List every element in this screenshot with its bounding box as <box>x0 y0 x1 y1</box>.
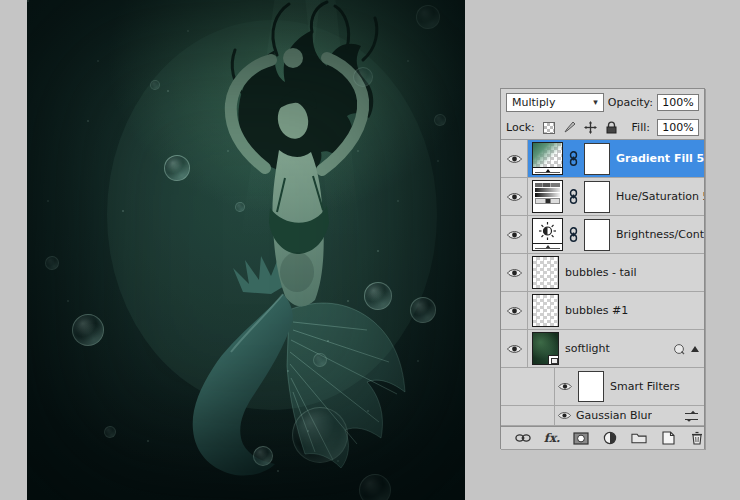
opacity-label: Opacity: <box>608 96 653 109</box>
layer-mask-thumbnail[interactable] <box>584 143 610 175</box>
eye-icon <box>507 154 522 164</box>
fill-label: Fill: <box>632 121 650 134</box>
layer-row-bubbles-tail[interactable]: bubbles - tail <box>501 254 704 292</box>
eye-icon <box>507 230 522 240</box>
collapse-smart-filters-icon[interactable] <box>691 346 699 352</box>
blend-mode-select[interactable]: Multiply ▾ <box>506 93 604 112</box>
layer-thumbnail[interactable] <box>532 294 559 327</box>
bubble <box>353 67 373 87</box>
eye-icon <box>507 268 522 278</box>
mermaid-artwork <box>27 0 465 500</box>
visibility-toggle[interactable] <box>501 140 528 177</box>
filter-blending-options-icon[interactable] <box>684 410 699 422</box>
bubble <box>416 5 440 29</box>
layers-panel-toolbar: fx. <box>501 426 704 449</box>
smart-object-thumbnail[interactable] <box>532 332 559 365</box>
document-canvas[interactable] <box>27 0 465 500</box>
blend-mode-value: Multiply <box>512 96 555 109</box>
visibility-toggle[interactable] <box>501 216 528 253</box>
visibility-toggle[interactable] <box>501 330 528 367</box>
bubble <box>410 297 436 323</box>
layer-row-brightness-contrast[interactable]: Brightness/Contr... <box>501 216 704 254</box>
bubble <box>164 155 190 181</box>
mask-link-icon[interactable] <box>569 151 578 166</box>
layers-panel: Multiply ▾ Opacity: Lock: Fill: <box>500 88 705 449</box>
smart-filter-icon[interactable] <box>673 343 685 355</box>
lock-all-icon[interactable] <box>605 121 619 135</box>
eye-icon <box>507 306 522 316</box>
lock-fill-row: Lock: Fill: <box>501 116 704 139</box>
layer-row-gaussian-blur[interactable]: Gaussian Blur <box>501 406 704 426</box>
blend-opacity-row: Multiply ▾ Opacity: <box>501 89 704 116</box>
new-adjustment-layer-icon[interactable] <box>602 429 618 447</box>
eye-icon <box>507 344 522 354</box>
photoshop-workspace: { "colors":{ "selection_blue":"#3e8ce2",… <box>0 0 740 500</box>
new-layer-icon[interactable] <box>660 429 676 447</box>
layer-name[interactable]: Gradient Fill 5 <box>616 152 704 165</box>
layer-style-icon[interactable]: fx. <box>544 429 560 447</box>
bubble <box>292 407 348 463</box>
opacity-input[interactable] <box>657 94 699 111</box>
hue-saturation-thumbnail[interactable] <box>532 180 563 213</box>
delete-layer-icon[interactable] <box>689 429 705 447</box>
lock-transparent-pixels-icon[interactable] <box>542 121 556 135</box>
bubble <box>104 426 116 438</box>
layer-mask-thumbnail[interactable] <box>584 181 610 213</box>
bubble <box>359 474 391 500</box>
bubble <box>45 256 59 270</box>
new-group-icon[interactable] <box>631 429 647 447</box>
layer-name[interactable]: bubbles - tail <box>565 266 637 279</box>
lock-label: Lock: <box>506 121 535 134</box>
bubble <box>72 314 104 346</box>
visibility-toggle[interactable] <box>501 292 528 329</box>
layer-row-softlight[interactable]: softlight <box>501 330 704 368</box>
layer-row-bubbles-1[interactable]: bubbles #1 <box>501 292 704 330</box>
visibility-toggle[interactable] <box>501 254 528 291</box>
bubble <box>434 114 446 126</box>
eye-icon <box>507 192 522 202</box>
layer-list: Gradient Fill 5 Hue/Saturation 5 <box>501 139 704 426</box>
layer-name[interactable]: bubbles #1 <box>565 304 628 317</box>
layer-row-hue-saturation-5[interactable]: Hue/Saturation 5 <box>501 178 704 216</box>
chevron-down-icon: ▾ <box>593 98 598 107</box>
bubble <box>313 353 327 367</box>
layer-name[interactable]: Hue/Saturation 5 <box>616 190 704 203</box>
layer-row-gradient-fill-5[interactable]: Gradient Fill 5 <box>501 140 704 178</box>
gradient-fill-thumbnail[interactable] <box>532 142 563 175</box>
lock-image-pixels-icon[interactable] <box>563 121 577 135</box>
eye-icon <box>558 382 572 391</box>
bubble <box>235 202 245 212</box>
layer-row-smart-filters[interactable]: Smart Filters <box>501 368 704 406</box>
bubble <box>150 80 160 90</box>
layer-name[interactable]: Brightness/Contr... <box>616 228 704 241</box>
layer-name[interactable]: softlight <box>565 342 610 355</box>
eye-icon <box>558 411 571 420</box>
visibility-toggle[interactable] <box>558 411 571 420</box>
mask-link-icon[interactable] <box>569 189 578 204</box>
bubble <box>253 446 273 466</box>
lock-position-icon[interactable] <box>584 121 598 135</box>
visibility-toggle[interactable] <box>501 178 528 215</box>
visibility-toggle[interactable] <box>558 382 572 391</box>
filter-mask-thumbnail[interactable] <box>578 371 604 402</box>
add-layer-mask-icon[interactable] <box>573 429 589 447</box>
layer-mask-thumbnail[interactable] <box>584 219 610 251</box>
layer-thumbnail[interactable] <box>532 256 559 289</box>
link-layers-icon[interactable] <box>515 429 531 447</box>
fill-input[interactable] <box>657 119 699 136</box>
smart-object-badge-icon <box>548 355 559 365</box>
layer-name[interactable]: Gaussian Blur <box>576 409 652 422</box>
brightness-contrast-thumbnail[interactable] <box>532 218 563 251</box>
mask-link-icon[interactable] <box>569 227 578 242</box>
bubble <box>364 282 392 310</box>
layer-name[interactable]: Smart Filters <box>610 380 680 393</box>
